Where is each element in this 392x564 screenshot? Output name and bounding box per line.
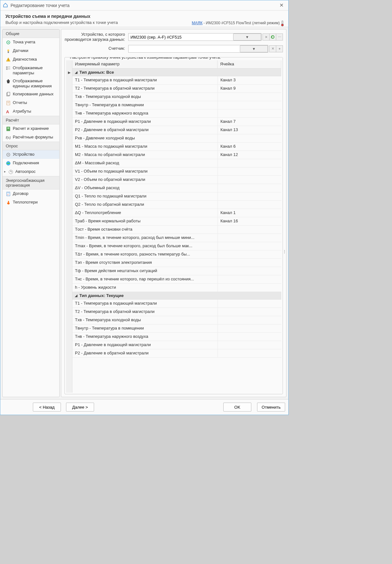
cell-channel[interactable] — [218, 259, 281, 267]
table-row[interactable]: Pхв - Давление холодной воды — [72, 134, 281, 143]
cell-channel[interactable] — [218, 308, 281, 316]
cell-channel[interactable]: Канал 7 — [218, 118, 281, 126]
cell-channel[interactable]: Канал 13 — [218, 126, 281, 134]
sidebar-item[interactable]: Договор — [3, 189, 59, 198]
device-link[interactable]: МАЯК — [192, 21, 203, 25]
table-row[interactable]: Q2 - Тепло по обратной магистрали — [72, 201, 281, 209]
table-row[interactable]: ΔQ - ТеплопотреблениеКанал 1 — [72, 209, 281, 217]
panel-resize-handle[interactable] — [284, 106, 285, 394]
table-row[interactable]: V2 - Объем по обратной магистрали — [72, 176, 281, 184]
dropdown-icon[interactable]: ▼ — [240, 45, 268, 52]
counter-input[interactable] — [129, 45, 237, 52]
table-row[interactable]: T2 - Температура в обратной магистралиКа… — [72, 85, 281, 93]
cell-channel[interactable] — [218, 159, 281, 167]
table-row[interactable]: Tхв - Температура холодной воды — [72, 316, 281, 324]
cell-channel[interactable] — [218, 267, 281, 275]
cell-channel[interactable] — [218, 101, 281, 109]
group-header[interactable]: ◢Тип данных: Текущие — [72, 292, 281, 300]
table-row[interactable]: Tост - Время остановки счёта — [72, 226, 281, 234]
refresh-device-button[interactable] — [269, 33, 276, 41]
table-row[interactable]: P2 - Давление в обратной магистрали — [72, 349, 281, 358]
table-row[interactable]: Tхв - Температура холодной воды — [72, 93, 281, 101]
cell-channel[interactable]: Канал 3 — [218, 76, 281, 84]
cell-channel[interactable]: Канал 9 — [218, 85, 281, 93]
table-row[interactable]: Tвнутр - Температура в помещении — [72, 101, 281, 109]
table-row[interactable]: TΔт - Время, в течение которого, разност… — [72, 250, 281, 259]
cell-channel[interactable] — [218, 242, 281, 250]
sidebar-item[interactable]: Подключения — [3, 159, 59, 167]
cell-channel[interactable] — [218, 300, 281, 308]
sidebar-item[interactable]: Отчеты — [3, 99, 59, 107]
cell-channel[interactable] — [218, 176, 281, 184]
device-combo[interactable]: ▼ — [128, 33, 262, 41]
cell-channel[interactable] — [218, 192, 281, 200]
table-row[interactable]: T2 - Температура в обратной магистрали — [72, 308, 281, 316]
cell-channel[interactable]: Канал 16 — [218, 217, 281, 225]
table-row[interactable]: P2 - Давление в обратной магистралиКанал… — [72, 126, 281, 134]
next-button[interactable]: Далее > — [66, 403, 94, 412]
cell-channel[interactable] — [218, 93, 281, 101]
column-cell[interactable]: Ячейка — [218, 60, 281, 68]
back-button[interactable]: < Назад — [33, 403, 61, 412]
table-row[interactable]: Tвнутр - Температура в помещении — [72, 324, 281, 333]
table-row[interactable]: Tраб - Время нормальной работыКанал 16 — [72, 217, 281, 226]
cell-channel[interactable] — [218, 234, 281, 242]
sidebar-item[interactable]: Теплопотери — [3, 198, 59, 207]
grid-rows[interactable]: ◢Тип данных: ВсеT1 - Температура в подаю… — [72, 69, 281, 393]
group-header[interactable]: ◢Тип данных: Все — [72, 69, 281, 76]
column-param[interactable]: Измеряемый параметр — [72, 60, 218, 68]
sidebar-item[interactable]: f(x)Расчётные формулы — [3, 133, 59, 142]
table-row[interactable]: h - Уровень жидкости — [72, 284, 281, 292]
cell-channel[interactable]: Канал 12 — [218, 151, 281, 159]
sidebar-item[interactable]: Точка учета — [3, 38, 59, 47]
table-row[interactable]: Tф - Время действия нештатных ситуаций — [72, 267, 281, 275]
cell-channel[interactable] — [218, 250, 281, 258]
table-row[interactable]: Tэп - Время отсутствия электропитания — [72, 259, 281, 267]
cell-channel[interactable] — [218, 109, 281, 117]
table-row[interactable]: M1 - Масса по подающей магистралиКанал 6 — [72, 143, 281, 151]
dropdown-icon[interactable]: ▼ — [233, 33, 261, 41]
sidebar-item[interactable]: AАтрибуты — [3, 107, 59, 116]
clear-device-button[interactable]: ✕ — [263, 33, 270, 41]
sidebar-item[interactable]: Отображаемые параметры — [3, 64, 59, 77]
cell-channel[interactable] — [218, 226, 281, 234]
table-row[interactable]: Tmax - Время, в течение которого, расход… — [72, 242, 281, 250]
sidebar-item[interactable]: ▸Автоопрос — [3, 167, 59, 176]
table-row[interactable]: ΔV - Объемный расход — [72, 184, 281, 192]
clear-counter-button[interactable]: ✕ — [269, 45, 276, 52]
table-row[interactable]: P1 - Давление в подающей магистралиКанал… — [72, 118, 281, 126]
sidebar-item[interactable]: Копирование данных — [3, 90, 59, 99]
cell-channel[interactable] — [218, 284, 281, 292]
add-counter-button[interactable]: ＋ — [276, 45, 283, 52]
sidebar-item[interactable]: Датчики — [3, 47, 59, 55]
table-row[interactable]: V1 - Объем по подающей магистрали — [72, 167, 281, 176]
table-row[interactable]: Tнс - Время, в течение которого, пар пер… — [72, 275, 281, 284]
cell-channel[interactable] — [218, 275, 281, 283]
table-row[interactable]: M2 - Масса по обратной магистралиКанал 1… — [72, 151, 281, 159]
table-row[interactable]: Tнв - Температура наружного воздуха — [72, 109, 281, 118]
cell-channel[interactable] — [218, 201, 281, 209]
cell-channel[interactable] — [218, 324, 281, 332]
sidebar-item[interactable]: Расчет и хранение — [3, 124, 59, 133]
sidebar-item[interactable]: Диагностика — [3, 55, 59, 64]
table-row[interactable]: ΔM - Массовый расход — [72, 159, 281, 167]
table-row[interactable]: T1 - Температура в подающей магистралиКа… — [72, 76, 281, 85]
table-row[interactable]: P1 - Давление в подающей магистрали — [72, 341, 281, 349]
cell-channel[interactable] — [218, 333, 281, 341]
cell-channel[interactable] — [218, 316, 281, 324]
counter-combo[interactable]: ▼ — [128, 45, 268, 53]
sidebar-item[interactable]: Устройство — [3, 150, 59, 159]
table-row[interactable]: Q1 - Тепло по подающей магистрали — [72, 192, 281, 201]
device-input[interactable] — [129, 33, 231, 41]
more-device-button[interactable]: ⋯ — [276, 33, 283, 41]
table-row[interactable]: Tmin - Время, в течение которого, расход… — [72, 234, 281, 242]
cancel-button[interactable]: Отменить — [257, 403, 285, 412]
cell-channel[interactable] — [218, 167, 281, 175]
table-row[interactable]: T1 - Температура в подающей магистрали — [72, 300, 281, 308]
cell-channel[interactable]: Канал 6 — [218, 143, 281, 151]
ok-button[interactable]: OK — [223, 403, 251, 412]
cell-channel[interactable]: Канал 1 — [218, 209, 281, 217]
table-row[interactable]: Tнв - Температура наружного воздуха — [72, 333, 281, 341]
cell-channel[interactable] — [218, 349, 281, 357]
cell-channel[interactable] — [218, 341, 281, 349]
